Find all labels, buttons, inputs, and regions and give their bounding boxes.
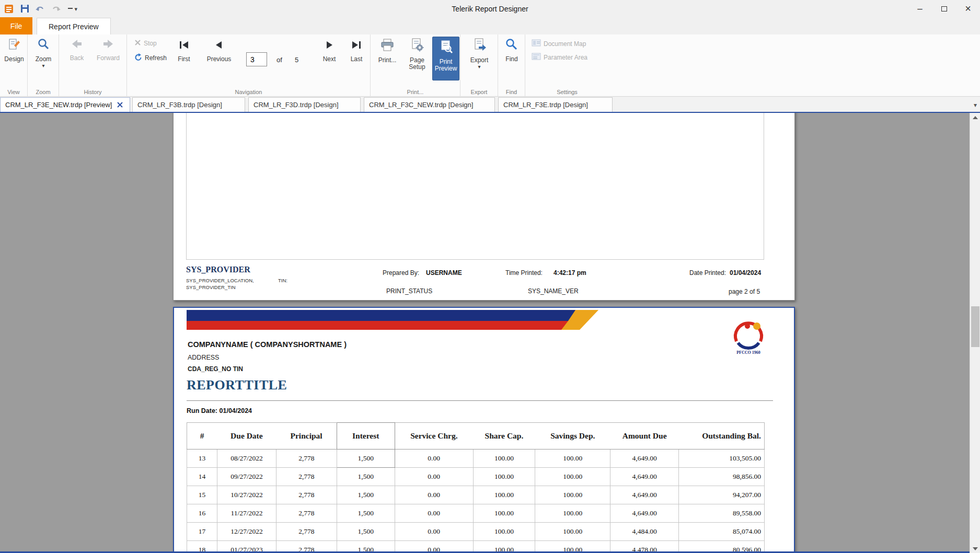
vertical-scrollbar[interactable] xyxy=(970,113,980,553)
print-button[interactable]: Print... xyxy=(374,38,401,64)
table-row: 16 11/27/2022 2,778 1,500 0.00 100.00 10… xyxy=(187,504,765,523)
ribbon-tab-row: File Report Preview xyxy=(0,17,980,34)
minimize-button[interactable]: – xyxy=(908,0,932,17)
cell: 1,500 xyxy=(337,468,395,486)
back-button[interactable]: Back xyxy=(63,38,90,62)
table-row: 15 10/27/2022 2,778 1,500 0.00 100.00 10… xyxy=(187,486,765,504)
stop-button[interactable]: Stop xyxy=(134,39,157,48)
design-button[interactable]: Design xyxy=(2,38,27,63)
cell: 4,649.00 xyxy=(610,468,679,486)
page-of-label: of xyxy=(276,56,282,64)
group-label-print: Print... xyxy=(371,89,460,95)
cell: 2,778 xyxy=(276,486,337,504)
maximize-button[interactable] xyxy=(932,0,956,17)
title-divider xyxy=(187,400,773,401)
doc-tab-crm-lr-f3e-design[interactable]: CRM_LR_F3E.trdp [Design] xyxy=(498,97,613,112)
previous-page-button[interactable]: Previous xyxy=(203,39,235,63)
cell: 85,074.00 xyxy=(679,523,765,541)
customize-toolbar-caret-icon[interactable]: ▾ xyxy=(66,3,77,15)
ribbon-group-navigation: Stop Refresh First Previous xyxy=(127,34,371,96)
cell: 2,778 xyxy=(276,523,337,541)
amortization-table: # Due Date Principal Interest Service Ch… xyxy=(187,422,765,553)
cell: 100.00 xyxy=(473,468,535,486)
cell: 2,778 xyxy=(276,468,337,486)
previous-page-label: Previous xyxy=(207,56,232,63)
next-page-button[interactable]: Next xyxy=(316,39,342,63)
zoom-caret-icon: ▾ xyxy=(42,63,44,68)
cell: 13 xyxy=(187,450,217,468)
print-preview-button[interactable]: Print Preview xyxy=(432,37,459,80)
find-button[interactable]: Find xyxy=(500,38,523,63)
file-tab[interactable]: File xyxy=(0,17,32,34)
first-page-button[interactable]: First xyxy=(173,39,195,63)
doc-tab-label: CRM_LR_F3C_NEW.trdp [Design] xyxy=(369,101,473,109)
cell: 0.00 xyxy=(395,468,473,486)
close-button[interactable]: × xyxy=(956,0,980,17)
svg-text:PFCCO 1960: PFCCO 1960 xyxy=(736,350,760,355)
cell: 100.00 xyxy=(535,450,610,468)
col-header-service-chrg: Service Chrg. xyxy=(395,423,473,450)
next-page-label: Next xyxy=(323,56,336,63)
scroll-up-button[interactable] xyxy=(970,113,980,122)
cell: 12/27/2022 xyxy=(217,523,276,541)
page-setup-button[interactable]: Page Setup xyxy=(403,38,431,71)
cell: 15 xyxy=(187,486,217,504)
doc-tab-crm-lr-f3d-design[interactable]: CRM_LR_F3D.trdp [Design] xyxy=(248,97,361,112)
document-map-button[interactable]: Document Map xyxy=(532,39,586,48)
cell: 100.00 xyxy=(535,523,610,541)
document-map-label: Document Map xyxy=(544,40,586,48)
table-row: 17 12/27/2022 2,778 1,500 0.00 100.00 10… xyxy=(187,523,765,541)
document-map-icon xyxy=(532,39,541,48)
tab-list-caret-icon[interactable]: ▾ xyxy=(974,101,977,109)
ribbon-group-export: Export ▾ Export xyxy=(460,34,498,96)
refresh-button[interactable]: Refresh xyxy=(134,53,167,63)
cell: 0.00 xyxy=(395,504,473,523)
tab-report-preview[interactable]: Report Preview xyxy=(37,18,111,34)
window-title: Telerik Report Designer xyxy=(452,0,528,17)
col-header-outstanding-bal: Outstanding Bal. xyxy=(679,423,765,450)
refresh-icon xyxy=(134,53,142,63)
prepared-by-label: Prepared By: xyxy=(383,269,419,276)
scroll-down-button[interactable] xyxy=(970,544,980,553)
company-name-text: COMPANYNAME ( COMPANYSHORTNAME ) xyxy=(188,340,347,349)
redo-icon[interactable] xyxy=(50,3,62,15)
cell: 100.00 xyxy=(473,504,535,523)
group-label-view: View xyxy=(0,89,27,95)
date-printed-value: 01/04/2024 xyxy=(730,269,761,276)
forward-button[interactable]: Forward xyxy=(93,38,124,62)
page-setup-icon xyxy=(410,38,424,54)
page2-empty-table-region xyxy=(186,113,764,260)
tin-label: TIN: xyxy=(278,278,287,283)
cell: 100.00 xyxy=(473,450,535,468)
col-header-due-date: Due Date xyxy=(217,423,276,450)
page-number-input[interactable] xyxy=(246,52,267,66)
scrollbar-thumb[interactable] xyxy=(971,306,979,347)
parameter-area-button[interactable]: Parameter Area xyxy=(532,53,587,62)
cell: 1,500 xyxy=(337,523,395,541)
cell: 16 xyxy=(187,504,217,523)
report-preview-area: SYS_PROVIDER SYS_PROVIDER_LOCATION, SYS_… xyxy=(0,113,980,553)
doc-tab-crm-lr-f3b-design[interactable]: CRM_LR_F3B.trdp [Design] xyxy=(132,97,245,112)
group-label-find: Find xyxy=(498,89,525,95)
last-page-button[interactable]: Last xyxy=(344,39,368,63)
table-row: 14 09/27/2022 2,778 1,500 0.00 100.00 10… xyxy=(187,468,765,486)
cda-reg-no-text: CDA_REG_NO TIN xyxy=(188,365,243,373)
undo-icon[interactable] xyxy=(34,3,46,15)
save-icon[interactable] xyxy=(19,3,30,15)
group-label-settings: Settings xyxy=(525,89,609,95)
close-tab-icon[interactable] xyxy=(117,102,123,108)
cell: 1,500 xyxy=(337,504,395,523)
doc-tab-crm-lr-f3e-new-preview[interactable]: CRM_LR_F3E_NEW.trdp [Preview] xyxy=(0,97,130,112)
cell: 94,207.00 xyxy=(679,486,765,504)
header-stripes-graphic xyxy=(187,310,605,330)
zoom-button[interactable]: Zoom ▾ xyxy=(30,38,57,68)
cell: 1,500 xyxy=(337,450,395,468)
group-label-history: History xyxy=(59,89,126,95)
export-button[interactable]: Export ▾ xyxy=(465,38,494,69)
find-icon xyxy=(505,38,518,53)
cell: 4,649.00 xyxy=(610,504,679,523)
ribbon-group-zoom: Zoom ▾ Zoom xyxy=(28,34,59,96)
next-page-icon xyxy=(323,39,336,53)
doc-tab-label: CRM_LR_F3E_NEW.trdp [Preview] xyxy=(5,101,112,109)
doc-tab-crm-lr-f3c-new-design[interactable]: CRM_LR_F3C_NEW.trdp [Design] xyxy=(364,97,495,112)
